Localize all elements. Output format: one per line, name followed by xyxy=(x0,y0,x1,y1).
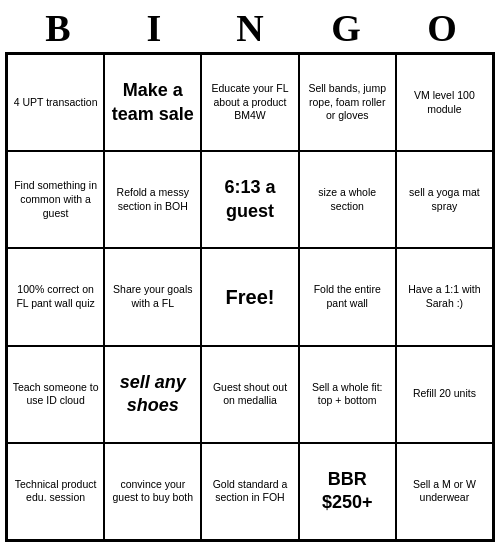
cell-1[interactable]: Make a team sale xyxy=(104,54,201,151)
cell-13[interactable]: Fold the entire pant wall xyxy=(299,248,396,345)
cell-11[interactable]: Share your goals with a FL xyxy=(104,248,201,345)
letter-o: O xyxy=(394,6,490,50)
letter-g: G xyxy=(298,6,394,50)
cell-6[interactable]: Refold a messy section in BOH xyxy=(104,151,201,248)
cell-15[interactable]: Teach someone to use ID cloud xyxy=(7,346,104,443)
cell-5[interactable]: Find something in common with a guest xyxy=(7,151,104,248)
cell-20[interactable]: Technical product edu. session xyxy=(7,443,104,540)
cell-16[interactable]: sell any shoes xyxy=(104,346,201,443)
cell-22[interactable]: Gold standard a section in FOH xyxy=(201,443,298,540)
cell-14[interactable]: Have a 1:1 with Sarah :) xyxy=(396,248,493,345)
cell-7[interactable]: 6:13 a guest xyxy=(201,151,298,248)
cell-19[interactable]: Refill 20 units xyxy=(396,346,493,443)
letter-b: B xyxy=(10,6,106,50)
cell-0[interactable]: 4 UPT transaction xyxy=(7,54,104,151)
cell-21[interactable]: convince your guest to buy both xyxy=(104,443,201,540)
cell-10[interactable]: 100% correct on FL pant wall quiz xyxy=(7,248,104,345)
letter-n: N xyxy=(202,6,298,50)
cell-18[interactable]: Sell a whole fit: top + bottom xyxy=(299,346,396,443)
cell-3[interactable]: Sell bands, jump rope, foam roller or gl… xyxy=(299,54,396,151)
cell-12[interactable]: Free! xyxy=(201,248,298,345)
cell-8[interactable]: size a whole section xyxy=(299,151,396,248)
bingo-grid: 4 UPT transactionMake a team saleEducate… xyxy=(5,52,495,542)
cell-17[interactable]: Guest shout out on medallia xyxy=(201,346,298,443)
cell-9[interactable]: sell a yoga mat spray xyxy=(396,151,493,248)
bingo-title: B I N G O xyxy=(0,0,500,52)
cell-24[interactable]: Sell a M or W underwear xyxy=(396,443,493,540)
cell-23[interactable]: BBR $250+ xyxy=(299,443,396,540)
letter-i: I xyxy=(106,6,202,50)
cell-2[interactable]: Educate your FL about a product BM4W xyxy=(201,54,298,151)
cell-4[interactable]: VM level 100 module xyxy=(396,54,493,151)
